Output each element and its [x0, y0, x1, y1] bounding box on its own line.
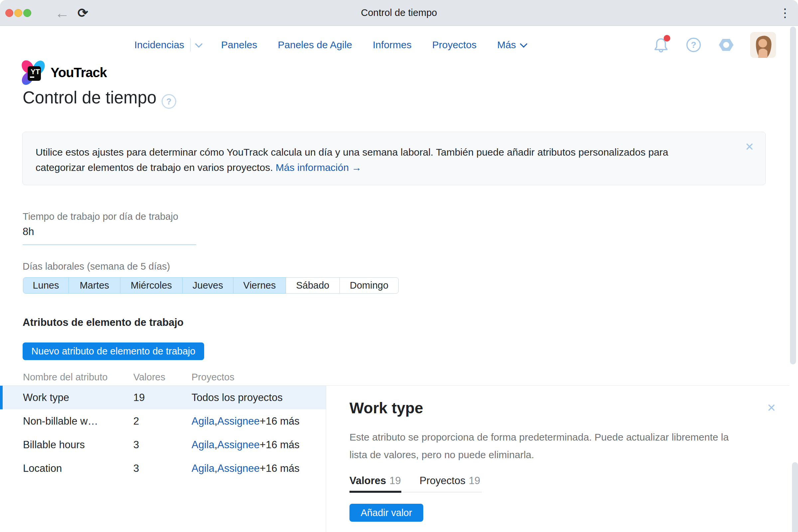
project-link-assignee[interactable]: Assignee	[217, 415, 260, 427]
table-row[interactable]: Location3Agila, Assignee +16 más	[0, 457, 326, 480]
nav-item-informes[interactable]: Informes	[373, 39, 412, 51]
day-toggle-martes[interactable]: Martes	[69, 277, 120, 293]
cell-values-count: 2	[133, 409, 139, 433]
info-banner: Utilice estos ajustes para determinar có…	[22, 132, 766, 185]
detail-title: Work type	[349, 399, 423, 417]
column-header-projects: Proyectos	[191, 372, 234, 383]
cell-values-count: 3	[133, 457, 139, 480]
chevron-down-icon[interactable]	[195, 40, 203, 48]
work-time-label: Tiempo de trabajo por día de trabajo	[23, 211, 178, 222]
cell-projects: Todos los proyectos	[191, 386, 283, 409]
project-link-agila[interactable]: Agila	[191, 415, 214, 427]
table-row[interactable]: Work type19Todos los proyectos	[0, 386, 326, 409]
day-toggle-lunes[interactable]: Lunes	[23, 277, 69, 293]
project-link-agila[interactable]: Agila	[191, 462, 214, 474]
work-days-label: Días laborales (semana de 5 días)	[23, 261, 170, 272]
nav-item-split-divider	[190, 38, 191, 52]
cell-projects: Agila, Assignee +16 más	[191, 457, 300, 480]
help-icon[interactable]: ?	[685, 36, 702, 54]
tab-count: 19	[390, 475, 401, 487]
project-link-agila[interactable]: Agila	[191, 439, 214, 451]
table-row[interactable]: Billable hours3Agila, Assignee +16 más	[0, 433, 326, 457]
day-toggle-s-bado[interactable]: Sábado	[286, 277, 340, 293]
cell-attribute-name: Non-billable w…	[23, 409, 98, 433]
app-navbar: YT YouTrack IncidenciasPanelesPaneles de…	[0, 26, 798, 63]
youtrack-logo-icon[interactable]: YT	[20, 59, 47, 86]
day-toggle-domingo[interactable]: Domingo	[340, 277, 399, 293]
cell-values-count: 19	[133, 386, 145, 409]
tab-label: Valores	[349, 475, 386, 487]
user-avatar[interactable]	[750, 32, 776, 58]
navbar-right-icons: ?	[652, 26, 776, 63]
work-days-segmented-control: LunesMartesMiércolesJuevesViernesSábadoD…	[23, 277, 399, 293]
nav-item-label: Incidencias	[134, 39, 184, 51]
nav-item-label: Informes	[373, 39, 412, 51]
work-time-input-underline[interactable]	[23, 244, 196, 245]
main-navigation: IncidenciasPanelesPaneles de AgileInform…	[134, 26, 525, 63]
nav-item-label: Paneles	[221, 39, 257, 51]
nav-item-incidencias[interactable]: Incidencias	[134, 38, 201, 52]
project-link-assignee[interactable]: Assignee	[217, 439, 260, 451]
nav-item-paneles-de-agile[interactable]: Paneles de Agile	[278, 39, 353, 51]
tab-label: Proyectos	[420, 475, 466, 487]
cell-projects: Agila, Assignee +16 más	[191, 409, 300, 433]
active-tab-indicator	[349, 491, 401, 493]
projects-more[interactable]: +16 más	[260, 462, 300, 474]
attribute-detail-panel: Work type ✕ Este atributo se proporciona…	[326, 386, 798, 532]
projects-separator: ,	[214, 415, 217, 427]
banner-text: Utilice estos ajustes para determinar có…	[36, 145, 710, 175]
tab-proyectos[interactable]: Proyectos19	[420, 475, 480, 487]
attributes-heading: Atributos de elemento de trabajo	[23, 317, 184, 328]
projects-more[interactable]: +16 más	[260, 439, 300, 451]
banner-close-icon[interactable]: ✕	[745, 141, 754, 152]
attributes-table: Work type19Todos los proyectosNon-billab…	[0, 386, 326, 480]
page-help-icon[interactable]: ?	[162, 94, 176, 109]
panel-scrollbar-thumb[interactable]	[792, 462, 798, 532]
nav-item-proyectos[interactable]: Proyectos	[432, 39, 476, 51]
table-row[interactable]: Non-billable w…2Agila, Assignee +16 más	[0, 409, 326, 433]
browser-window: ← ⟳ Control de tiempo ⋮ YT YouTrack Inci…	[0, 0, 798, 532]
notification-badge	[664, 35, 670, 41]
work-time-input[interactable]: 8h	[23, 226, 34, 238]
project-link-assignee[interactable]: Assignee	[217, 462, 260, 474]
new-attribute-button[interactable]: Nuevo atributo de elemento de trabajo	[23, 342, 204, 360]
nav-item-label: Más	[497, 39, 516, 51]
detail-description: Este atributo se proporciona de forma pr…	[349, 428, 745, 463]
detail-tabs: Valores19Proyectos19	[349, 475, 480, 487]
projects-more[interactable]: +16 más	[260, 415, 300, 427]
cell-projects: Agila, Assignee +16 más	[191, 433, 300, 457]
nav-item-label: Proyectos	[432, 39, 476, 51]
projects-text: Todos los proyectos	[191, 392, 283, 404]
nav-item-paneles[interactable]: Paneles	[221, 39, 257, 51]
chevron-down-icon[interactable]	[520, 40, 527, 48]
page-title: Control de tiempo	[23, 88, 157, 108]
notifications-bell-icon[interactable]	[652, 36, 670, 54]
cell-values-count: 3	[133, 433, 139, 457]
column-header-values: Valores	[133, 372, 165, 383]
column-header-name: Nombre del atributo	[23, 372, 108, 383]
tab-valores[interactable]: Valores19	[349, 475, 401, 487]
day-toggle-mi-rcoles[interactable]: Miércoles	[120, 277, 183, 293]
add-value-button[interactable]: Añadir valor	[349, 504, 423, 522]
page-scrollbar-thumb[interactable]	[790, 26, 796, 364]
nav-item-label: Paneles de Agile	[278, 39, 353, 51]
svg-text:?: ?	[691, 40, 696, 50]
cell-attribute-name: Location	[23, 457, 62, 480]
cell-attribute-name: Billable hours	[23, 433, 85, 457]
cell-attribute-name: Work type	[23, 386, 69, 409]
projects-separator: ,	[214, 462, 217, 474]
day-toggle-viernes[interactable]: Viernes	[233, 277, 286, 293]
day-toggle-jueves[interactable]: Jueves	[182, 277, 233, 293]
window-title: Control de tiempo	[0, 0, 798, 25]
brand-name[interactable]: YouTrack	[51, 65, 107, 80]
more-info-link[interactable]: Más información →	[276, 162, 361, 173]
projects-separator: ,	[214, 439, 217, 451]
settings-hexagon-icon[interactable]	[718, 36, 735, 54]
browser-menu-button[interactable]: ⋮	[777, 0, 793, 25]
titlebar: ← ⟳ Control de tiempo ⋮	[0, 0, 798, 26]
nav-item-m-s[interactable]: Más	[497, 39, 525, 51]
tab-count: 19	[469, 475, 480, 487]
svg-text:YT: YT	[31, 68, 40, 76]
detail-close-icon[interactable]: ✕	[767, 402, 776, 413]
